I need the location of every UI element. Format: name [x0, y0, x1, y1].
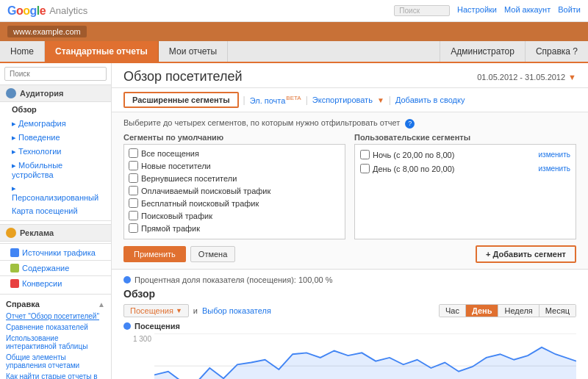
sidebar-help-link-1[interactable]: Отчет "Обзор посетителей" [0, 311, 111, 322]
sidebar-advertising-label[interactable]: Реклама [20, 228, 54, 237]
sidebar-section-audience: Аудитория [0, 84, 111, 102]
custom-segment-night: Ночь (с 20,00 по 8,00) изменить [358, 148, 573, 162]
chart-legend: Посещения [123, 322, 576, 331]
tab-email[interactable]: Эл. почтаBETA [250, 95, 301, 105]
tabs-row: Расширенные сегменты | Эл. почтаBETA | Э… [112, 88, 588, 112]
legend-label: Посещения [135, 322, 180, 331]
sidebar-item-demographics[interactable]: ▸ Демография [0, 117, 111, 131]
segment-new-visitors[interactable]: Новые посетители [126, 159, 343, 172]
edit-night-link[interactable]: изменить [538, 151, 570, 159]
segment-returning[interactable]: Вернувшиеся посетители [126, 172, 343, 184]
tab-export[interactable]: Экспортировать [312, 95, 373, 104]
logo-area: Google Analytics [7, 4, 87, 18]
nav-tabs: Home Стандартные отчеты Мои отчеты Админ… [0, 41, 588, 63]
sidebar-help-link-3[interactable]: Использование интерактивной таблицы [0, 333, 111, 352]
analytics-logo-text: Analytics [49, 5, 87, 16]
custom-segments-col: Пользовательские сегменты Ночь (с 20,00 … [354, 133, 576, 239]
metric-dropdown[interactable]: Посещения ▼ [123, 304, 189, 317]
account-link[interactable]: Мой аккаунт [504, 5, 551, 16]
sidebar: Аудитория Обзор ▸ Демография ▸ Поведение… [0, 63, 112, 379]
sidebar-item-technologies[interactable]: ▸ Технологии [0, 145, 111, 159]
custom-segments-list: Ночь (с 20,00 по 8,00) изменить День (с … [354, 144, 576, 239]
search-bar: Поиск [394, 5, 450, 16]
tab-admin[interactable]: Администратор [440, 41, 525, 62]
custom-segment-day: День (с 8,00 по 20,00) изменить [358, 162, 573, 176]
segment-search-traffic[interactable]: Поисковый трафик [126, 209, 343, 222]
sidebar-item-visit-map[interactable]: Карта посещений [0, 204, 111, 217]
vs-label: и [193, 306, 198, 315]
tab-right-spacer [228, 41, 440, 62]
sidebar-help-link-4[interactable]: Общие элементы управления отчетами [0, 352, 111, 371]
sidebar-item-overview[interactable]: Обзор [0, 102, 111, 117]
sidebar-help-link-2[interactable]: Сравнение показателей [0, 322, 111, 333]
time-btn-week[interactable]: Неделя [498, 305, 539, 317]
sidebar-item-behavior[interactable]: ▸ Поведение [0, 131, 111, 145]
google-logo: Google [7, 4, 46, 18]
help-question-icon[interactable]: ? [405, 119, 415, 129]
logout-link[interactable]: Войти [558, 5, 581, 16]
segment-direct-traffic[interactable]: Прямой трафик [126, 222, 343, 234]
chart-container: 1 300 900 мая 8 мая 15 [123, 333, 576, 379]
y-label-top: 1 300 [123, 335, 151, 343]
audience-icon [6, 88, 16, 98]
advertising-icon [6, 228, 16, 238]
content-area: Обзор посетителей 01.05.2012 - 31.05.201… [112, 63, 588, 379]
chart-svg [154, 333, 576, 379]
account-name[interactable]: www.example.com [7, 26, 87, 37]
chart-area: Процентная доля показателя (посещения): … [112, 270, 588, 379]
sidebar-help-header: Справка ▲ [0, 297, 111, 311]
time-btn-month[interactable]: Месяц [539, 305, 576, 317]
sidebar-help-link-5[interactable]: Как найти старые отчеты в новом интерфей… [0, 371, 111, 379]
sidebar-section-advertising: Реклама [0, 224, 111, 242]
date-dropdown-icon: ▼ [568, 73, 576, 82]
sidebar-search-input[interactable] [4, 67, 107, 81]
sidebar-item-mobile[interactable]: ▸ Мобильные устройства [0, 159, 111, 181]
tab-help[interactable]: Справка ? [525, 41, 588, 62]
chart-dot [123, 276, 131, 284]
page-title: Обзор посетителей [123, 69, 242, 84]
tab-add-summary[interactable]: Добавить в сводку [395, 95, 465, 104]
segments-panel: Выберите до четырех сегментов, по которы… [112, 112, 588, 270]
account-bar: www.example.com [0, 22, 588, 41]
legend-dot [123, 322, 131, 330]
time-buttons: Час День Неделя Месяц [439, 304, 576, 317]
top-nav-right: Поиск Настройки Мой аккаунт Войти [394, 5, 581, 16]
segment-paid-search[interactable]: Оплачиваемый поисковый трафик [126, 184, 343, 197]
sidebar-item-conversion[interactable]: Конверсии [0, 276, 111, 291]
sidebar-audience-label[interactable]: Аудитория [20, 89, 63, 98]
custom-segments-title: Пользовательские сегменты [354, 133, 576, 142]
segments-instruction: Выберите до четырех сегментов, по которы… [123, 118, 576, 129]
apply-button[interactable]: Применить [123, 246, 186, 262]
default-segments-list: Все посещения Новые посетители Вернувшие… [123, 144, 345, 239]
chart-section-title: Обзор [123, 288, 576, 300]
time-btn-hour[interactable]: Час [440, 305, 466, 317]
cancel-button[interactable]: Отмена [190, 246, 235, 262]
date-range[interactable]: 01.05.2012 - 31.05.2012 ▼ [477, 73, 576, 82]
help-expand-icon[interactable]: ▲ [98, 300, 105, 308]
tab-separator-3: | [389, 95, 391, 105]
segment-all-visits[interactable]: Все посещения [126, 147, 343, 159]
add-segment-button[interactable]: + Добавить сегмент [476, 245, 576, 263]
sidebar-item-personalized[interactable]: ▸ Персонализированный [0, 181, 111, 204]
default-segments-title: Сегменты по умолчанию [123, 133, 345, 142]
sidebar-item-traffic[interactable]: Источники трафика [0, 245, 111, 260]
chart-percentage: Процентная доля показателя (посещения): … [123, 275, 576, 284]
tab-my-reports[interactable]: Мои отчеты [159, 41, 228, 62]
segment-actions: Применить Отмена + Добавить сегмент [123, 245, 576, 263]
time-btn-day[interactable]: День [466, 305, 499, 317]
tab-separator-2: | [306, 95, 308, 105]
chart-yaxis: 1 300 900 [123, 333, 151, 379]
metric-selector-link[interactable]: Выбор показателя [202, 306, 271, 315]
edit-day-link[interactable]: изменить [538, 165, 570, 173]
settings-link[interactable]: Настройки [457, 5, 497, 16]
tab-arrow-1: ▼ [377, 96, 384, 104]
sidebar-item-content[interactable]: Содержание [0, 261, 111, 275]
default-segments-col: Сегменты по умолчанию Все посещения Новы… [123, 133, 345, 239]
metric-dropdown-arrow: ▼ [176, 307, 182, 314]
segment-free-search[interactable]: Бесплатный поисковый трафик [126, 197, 343, 209]
sidebar-help-title: Справка [6, 300, 40, 308]
tab-separator-1: | [243, 95, 245, 105]
tab-home[interactable]: Home [0, 41, 45, 62]
tab-advanced-segments[interactable]: Расширенные сегменты [123, 92, 239, 108]
tab-standard-reports[interactable]: Стандартные отчеты [45, 41, 159, 62]
